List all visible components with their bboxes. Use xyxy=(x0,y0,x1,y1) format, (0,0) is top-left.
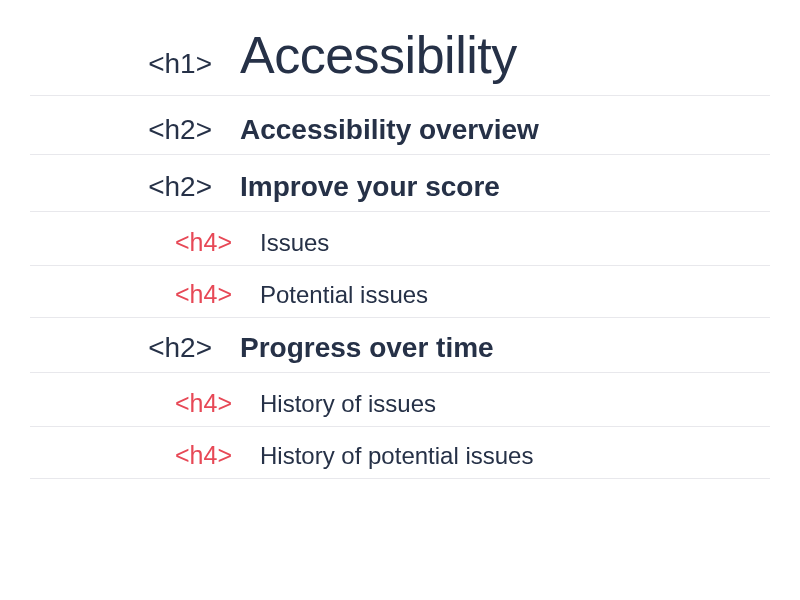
outline-row-h4: <h4> Issues xyxy=(30,224,770,266)
heading-text: History of potential issues xyxy=(260,442,533,470)
outline-row-h2: <h2> Progress over time xyxy=(30,328,770,373)
heading-text: Improve your score xyxy=(240,171,500,203)
outline-row-h2: <h2> Improve your score xyxy=(30,167,770,212)
heading-tag-label: <h4> xyxy=(30,280,260,309)
heading-text: History of issues xyxy=(260,390,436,418)
heading-text: Accessibility xyxy=(240,25,517,85)
outline-row-h4: <h4> History of issues xyxy=(30,385,770,427)
outline-row-h2: <h2> Accessibility overview xyxy=(30,110,770,155)
heading-tag-label: <h4> xyxy=(30,441,260,470)
heading-text: Accessibility overview xyxy=(240,114,539,146)
heading-tag-label: <h2> xyxy=(30,332,240,364)
heading-tag-label: <h1> xyxy=(30,48,240,80)
heading-text: Progress over time xyxy=(240,332,494,364)
heading-tag-label: <h2> xyxy=(30,114,240,146)
heading-text: Potential issues xyxy=(260,281,428,309)
heading-tag-label: <h4> xyxy=(30,228,260,257)
heading-tag-label: <h2> xyxy=(30,171,240,203)
heading-text: Issues xyxy=(260,229,329,257)
outline-row-h4: <h4> History of potential issues xyxy=(30,437,770,479)
heading-tag-label: <h4> xyxy=(30,389,260,418)
outline-row-h4: <h4> Potential issues xyxy=(30,276,770,318)
outline-row-h1: <h1> Accessibility xyxy=(30,25,770,96)
